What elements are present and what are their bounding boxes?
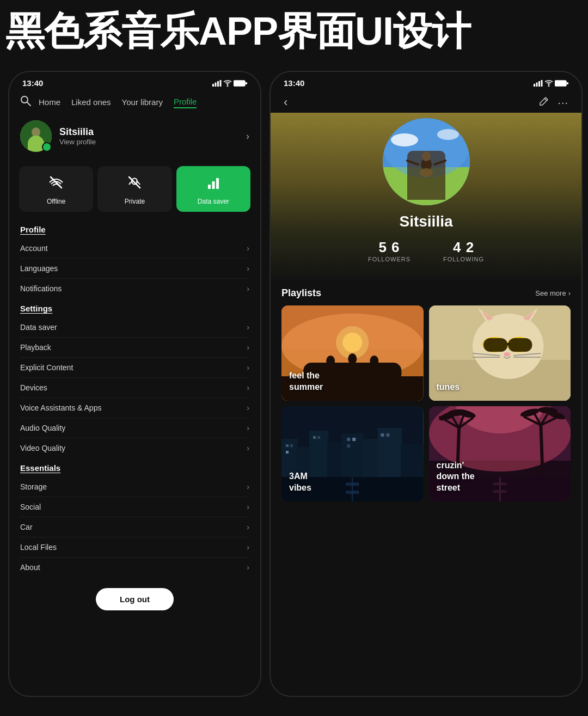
nav-home[interactable]: Home	[39, 96, 60, 108]
view-profile-link[interactable]: View profile	[59, 138, 238, 146]
avatar	[20, 120, 52, 152]
svg-rect-115	[493, 490, 506, 493]
svg-line-36	[434, 161, 445, 164]
playlist-name-1: feel thesummer	[289, 370, 323, 393]
svg-rect-81	[313, 436, 316, 439]
playlist-card-4[interactable]: cruzin'down thestreet	[429, 406, 571, 501]
account-label: Account	[20, 244, 48, 253]
svg-point-24	[548, 85, 550, 87]
following-label: FOLLOWING	[443, 256, 484, 262]
settings-item-car[interactable]: Car ›	[20, 517, 249, 537]
settings-item-voice[interactable]: Voice Assistants & Apps ›	[20, 398, 249, 418]
svg-rect-60	[483, 338, 507, 352]
settings-item-playback[interactable]: Playback ›	[20, 338, 249, 358]
svg-point-13	[45, 145, 49, 149]
svg-rect-22	[538, 81, 540, 87]
settings-section: Settings Data saver › Playback › Explici…	[9, 298, 260, 458]
svg-rect-17	[208, 185, 211, 189]
svg-rect-91	[346, 491, 359, 494]
nav-bar-left: Home Liked ones Your library Profile	[9, 92, 260, 114]
svg-line-27	[544, 99, 547, 101]
notifications-label: Notifications	[20, 284, 62, 293]
logout-button[interactable]: Log out	[96, 588, 174, 610]
svg-rect-3	[220, 80, 222, 87]
settings-item-datasaver[interactable]: Data saver ›	[20, 317, 249, 338]
battery-icon	[234, 80, 247, 87]
profile-section-title: Profile	[20, 225, 249, 234]
followers-count: 5 6	[378, 239, 400, 256]
see-more-button[interactable]: See more ›	[535, 289, 571, 297]
svg-rect-20	[534, 84, 535, 87]
settings-item-explicit[interactable]: Explicit Content ›	[20, 358, 249, 378]
settings-item-localfiles[interactable]: Local Files ›	[20, 537, 249, 558]
profile-avatar-large	[383, 118, 470, 205]
settings-item-video[interactable]: Video Quality ›	[20, 438, 249, 458]
settings-item-social[interactable]: Social ›	[20, 497, 249, 517]
playlist-name-2: tunes	[437, 382, 460, 393]
svg-point-42	[342, 333, 362, 352]
svg-rect-79	[290, 444, 293, 447]
svg-rect-86	[381, 433, 384, 437]
nav-library[interactable]: Your library	[122, 96, 163, 108]
essentials-section: Essentials Storage › Social › Car › Loca…	[9, 458, 260, 577]
logout-wrap: Log out	[9, 577, 260, 616]
data-saver-button[interactable]: Data saver	[176, 166, 250, 212]
svg-rect-29	[383, 167, 470, 205]
svg-rect-2	[217, 81, 219, 87]
svg-point-47	[348, 353, 357, 364]
svg-rect-25	[555, 81, 566, 86]
right-header: ‹ ···	[271, 92, 581, 113]
nav-profile[interactable]: Profile	[174, 96, 197, 108]
following-count: 4 2	[453, 239, 474, 256]
svg-point-34	[422, 151, 431, 161]
back-button[interactable]: ‹	[284, 95, 287, 109]
profile-stats: 5 6 FOLLOWERS 4 2 FOLLOWING	[281, 239, 571, 262]
status-icons-right	[534, 80, 568, 87]
svg-point-63	[504, 352, 510, 357]
phone-left: 13:40	[8, 71, 261, 697]
settings-item-storage[interactable]: Storage ›	[20, 477, 249, 497]
time-left: 13:40	[22, 78, 43, 88]
settings-item-about[interactable]: About ›	[20, 558, 249, 577]
status-bar-right: 13:40	[271, 72, 581, 92]
playlist-card-1[interactable]: feel thesummer	[281, 305, 424, 401]
followers-stat: 5 6 FOLLOWERS	[368, 239, 411, 262]
user-info: Sitsiilia View profile	[59, 126, 238, 146]
playlist-name-4: cruzin'down thestreet	[437, 460, 475, 494]
status-bar-left: 13:40	[9, 72, 260, 92]
see-more-chevron: ›	[568, 289, 571, 297]
data-saver-icon	[206, 175, 221, 193]
svg-rect-80	[286, 451, 289, 454]
following-stat: 4 2 FOLLOWING	[443, 239, 484, 262]
svg-point-7	[21, 96, 28, 103]
edit-icon[interactable]	[539, 96, 549, 108]
settings-item-audio[interactable]: Audio Quality ›	[20, 418, 249, 438]
svg-rect-78	[286, 444, 289, 447]
svg-line-8	[27, 102, 30, 106]
offline-button[interactable]: Offline	[19, 166, 93, 212]
more-icon[interactable]: ···	[558, 96, 568, 109]
svg-rect-87	[386, 433, 389, 437]
quick-actions: Offline Private Data saver	[9, 161, 260, 217]
user-card-chevron: ›	[246, 131, 249, 142]
settings-item-languages[interactable]: Languages ›	[20, 259, 249, 279]
nav-liked[interactable]: Liked ones	[71, 96, 111, 108]
private-button[interactable]: Private	[97, 166, 171, 212]
private-icon	[127, 175, 142, 193]
svg-rect-5	[234, 81, 245, 86]
svg-rect-18	[212, 181, 215, 189]
spotify-badge	[42, 142, 52, 152]
profile-section: Profile Account › Languages › Notificati…	[9, 219, 260, 298]
svg-rect-82	[317, 436, 320, 439]
playlist-card-2[interactable]: tunes	[429, 305, 571, 401]
settings-item-devices[interactable]: Devices ›	[20, 378, 249, 398]
signal-icon-right	[534, 80, 543, 87]
notifications-chevron: ›	[247, 284, 249, 293]
search-icon[interactable]	[20, 95, 31, 108]
languages-chevron: ›	[247, 264, 249, 273]
playlist-card-3[interactable]: 3AMvibes	[281, 406, 424, 501]
svg-rect-90	[346, 482, 359, 486]
settings-item-notifications[interactable]: Notifications ›	[20, 279, 249, 298]
settings-item-account[interactable]: Account ›	[20, 238, 249, 259]
user-card[interactable]: Sitsiilia View profile ›	[9, 114, 260, 158]
